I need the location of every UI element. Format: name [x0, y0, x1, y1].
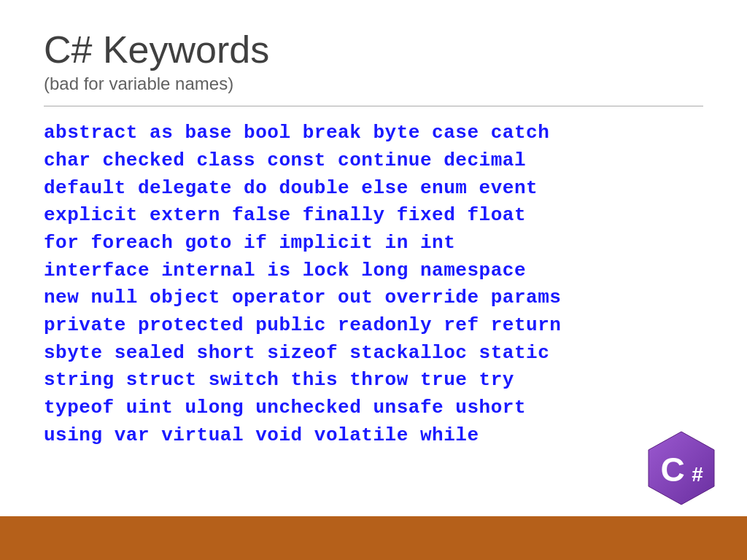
keywords-line-7: new null object operator out override pa… — [44, 284, 703, 312]
page-title: C# Keywords — [44, 29, 703, 71]
keywords-line-9: sbyte sealed short sizeof stackalloc sta… — [44, 340, 703, 368]
keywords-line-11: typeof uint ulong unchecked unsafe ushor… — [44, 394, 703, 422]
keywords-line-1: abstract as base bool break byte case ca… — [44, 120, 703, 147]
svg-text:#: # — [692, 463, 703, 486]
page-subtitle: (bad for variable names) — [44, 74, 703, 94]
divider — [44, 106, 703, 106]
keywords-line-3: default delegate do double else enum eve… — [44, 175, 703, 203]
keywords-line-8: private protected public readonly ref re… — [44, 312, 703, 340]
main-content: C# Keywords (bad for variable names) abs… — [0, 0, 747, 516]
keywords-line-12: using var virtual void volatile while — [44, 422, 703, 450]
bottom-bar — [0, 516, 747, 560]
keywords-line-5: for foreach goto if implicit in int — [44, 230, 703, 257]
keywords-line-2: char checked class const continue decima… — [44, 147, 703, 175]
csharp-logo: C # — [645, 430, 718, 510]
keywords-line-10: string struct switch this throw true try — [44, 367, 703, 394]
svg-text:C: C — [660, 451, 684, 489]
keywords-line-4: explicit extern false finally fixed floa… — [44, 202, 703, 230]
keywords-line-6: interface internal is lock long namespac… — [44, 257, 703, 285]
keywords-block: abstract as base bool break byte case ca… — [44, 120, 703, 449]
